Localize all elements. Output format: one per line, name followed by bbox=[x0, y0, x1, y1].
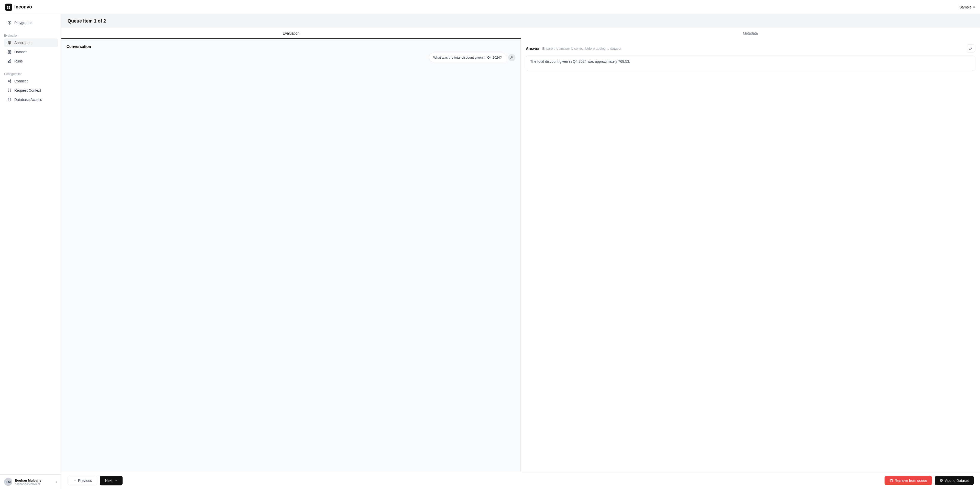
connect-icon bbox=[7, 79, 12, 83]
previous-label: Previous bbox=[78, 478, 92, 483]
svg-rect-8 bbox=[8, 61, 9, 63]
app-logo: Inconvo bbox=[5, 3, 32, 11]
svg-rect-7 bbox=[10, 52, 11, 54]
user-menu-trigger[interactable]: Sample ▾ bbox=[959, 5, 975, 9]
conversation-panel: Conversation What was the total discount… bbox=[61, 39, 521, 472]
sidebar-request-context-label: Request Context bbox=[14, 88, 41, 92]
avatar-initials: EM bbox=[6, 480, 11, 484]
next-button[interactable]: Next → bbox=[100, 476, 123, 486]
add-to-dataset-button[interactable]: Add to Dataset bbox=[935, 476, 974, 485]
answer-text: The total discount given in Q4 2024 was … bbox=[530, 59, 630, 64]
answer-content: The total discount given in Q4 2024 was … bbox=[526, 56, 975, 71]
sidebar-item-playground[interactable]: Playground bbox=[4, 18, 58, 27]
message-user-avatar bbox=[508, 54, 515, 61]
svg-rect-5 bbox=[10, 51, 11, 52]
queue-title: Queue Item 1 of 2 bbox=[68, 18, 106, 24]
sidebar-item-annotation[interactable]: Annotation bbox=[4, 38, 58, 47]
arrow-left-icon: ← bbox=[73, 478, 76, 483]
remove-label: Remove from queue bbox=[895, 478, 927, 483]
app-name: Inconvo bbox=[14, 4, 32, 10]
sidebar-item-connect[interactable]: Connect bbox=[4, 77, 58, 86]
message-text-0: What was the total discount given in Q4 … bbox=[433, 56, 502, 59]
braces-icon bbox=[7, 88, 12, 93]
user-text: Eoghan Mulcahy eoghan@inconvo.ai bbox=[15, 478, 41, 486]
answer-panel: Answer Ensure the answer is correct befo… bbox=[521, 39, 980, 472]
tab-evaluation[interactable]: Evaluation bbox=[61, 28, 521, 39]
svg-rect-19 bbox=[940, 479, 941, 480]
footer: ← Previous Next → Remov bbox=[61, 472, 980, 489]
edit-answer-button[interactable] bbox=[967, 44, 975, 53]
sidebar: Playground Evaluation Annotation bbox=[0, 14, 61, 489]
svg-rect-10 bbox=[10, 60, 11, 63]
tab-metadata-label: Metadata bbox=[743, 31, 758, 35]
user-dropdown-label: Sample bbox=[959, 5, 972, 9]
sidebar-item-dataset[interactable]: Dataset bbox=[4, 48, 58, 56]
answer-title-row: Answer Ensure the answer is correct befo… bbox=[526, 46, 621, 51]
svg-rect-16 bbox=[890, 480, 892, 482]
tab-metadata[interactable]: Metadata bbox=[521, 28, 980, 39]
sidebar-evaluation-section: Evaluation Annotation bbox=[0, 30, 61, 68]
svg-point-11 bbox=[8, 81, 9, 82]
svg-rect-3 bbox=[9, 8, 10, 9]
arrow-right-icon: → bbox=[114, 478, 118, 483]
message-bubble-0: What was the total discount given in Q4 … bbox=[429, 53, 506, 62]
sidebar-connect-label: Connect bbox=[14, 79, 28, 83]
content-area: Conversation What was the total discount… bbox=[61, 39, 980, 472]
expand-user-icon[interactable]: › bbox=[56, 480, 57, 484]
sidebar-user-bottom: EM Eoghan Mulcahy eoghan@inconvo.ai › bbox=[0, 475, 61, 489]
grid-icon bbox=[7, 50, 12, 54]
queue-header: Queue Item 1 of 2 bbox=[61, 14, 980, 28]
next-label: Next bbox=[105, 478, 112, 483]
sidebar-item-request-context[interactable]: Request Context bbox=[4, 86, 58, 95]
chart-icon bbox=[7, 59, 12, 64]
previous-button[interactable]: ← Previous bbox=[68, 476, 97, 486]
app-body: Playground Evaluation Annotation bbox=[0, 14, 980, 489]
avatar: EM bbox=[4, 478, 12, 486]
answer-hint: Ensure the answer is correct before addi… bbox=[542, 46, 621, 51]
conversation-title: Conversation bbox=[67, 44, 515, 49]
tabs-bar: Evaluation Metadata bbox=[61, 28, 980, 39]
sidebar-database-access-label: Database Access bbox=[14, 97, 42, 102]
message-row-0: What was the total discount given in Q4 … bbox=[67, 53, 515, 62]
layers-icon bbox=[7, 40, 12, 45]
svg-rect-20 bbox=[942, 479, 943, 480]
user-info: EM Eoghan Mulcahy eoghan@inconvo.ai bbox=[4, 478, 41, 486]
sidebar-playground-label: Playground bbox=[14, 21, 32, 25]
main-content: Queue Item 1 of 2 Evaluation Metadata Co… bbox=[61, 14, 980, 489]
remove-from-queue-button[interactable]: Remove from queue bbox=[885, 476, 932, 485]
answer-title: Answer bbox=[526, 46, 539, 51]
footer-left: ← Previous Next → bbox=[68, 476, 123, 486]
add-label: Add to Dataset bbox=[945, 478, 969, 483]
svg-rect-0 bbox=[7, 6, 8, 7]
svg-rect-2 bbox=[7, 8, 8, 9]
svg-rect-4 bbox=[8, 51, 9, 52]
evaluation-section-label: Evaluation bbox=[4, 34, 58, 37]
answer-header: Answer Ensure the answer is correct befo… bbox=[526, 44, 975, 53]
sidebar-runs-label: Runs bbox=[14, 59, 23, 63]
sidebar-top-section: Playground bbox=[0, 14, 61, 30]
svg-rect-9 bbox=[9, 61, 10, 63]
sidebar-item-database-access[interactable]: Database Access bbox=[4, 95, 58, 104]
svg-rect-1 bbox=[9, 6, 10, 7]
tab-evaluation-label: Evaluation bbox=[283, 31, 299, 35]
configuration-section-label: Configuration bbox=[4, 72, 58, 76]
svg-rect-22 bbox=[942, 481, 943, 482]
conversation-messages: What was the total discount given in Q4 … bbox=[67, 53, 515, 467]
svg-rect-21 bbox=[940, 481, 941, 482]
user-email: eoghan@inconvo.ai bbox=[15, 483, 41, 486]
logo-icon bbox=[5, 3, 12, 11]
svg-rect-6 bbox=[8, 52, 9, 54]
svg-point-12 bbox=[10, 80, 11, 81]
sidebar-item-runs[interactable]: Runs bbox=[4, 57, 58, 65]
user-name: Eoghan Mulcahy bbox=[15, 478, 41, 483]
sidebar-dataset-label: Dataset bbox=[14, 50, 27, 54]
footer-right: Remove from queue Add to Dataset bbox=[885, 476, 974, 485]
sidebar-annotation-label: Annotation bbox=[14, 41, 32, 45]
database-icon bbox=[7, 97, 12, 102]
topbar: Inconvo Sample ▾ bbox=[0, 0, 980, 14]
chevron-down-icon: ▾ bbox=[973, 5, 975, 9]
svg-point-13 bbox=[10, 82, 11, 83]
gamepad-icon bbox=[7, 21, 12, 25]
sidebar-configuration-section: Configuration Connect bbox=[0, 68, 61, 107]
svg-point-14 bbox=[8, 98, 11, 99]
